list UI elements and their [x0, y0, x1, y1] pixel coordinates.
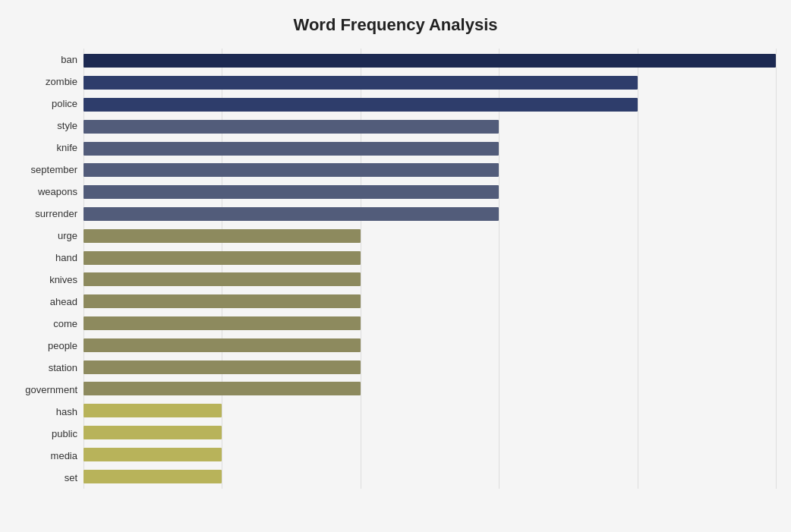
bar-urge [84, 229, 361, 243]
bars-wrapper [84, 49, 776, 489]
y-label-hand: hand [55, 253, 77, 263]
y-label-weapons: weapons [38, 187, 77, 197]
bar-row-public [84, 424, 776, 441]
bar-row-ban [84, 52, 776, 69]
y-label-surrender: surrender [35, 209, 77, 219]
y-label-ban: ban [61, 55, 77, 65]
bar-row-surrender [84, 206, 776, 222]
bar-ahead [84, 294, 361, 308]
bar-row-government [84, 380, 776, 397]
bar-row-media [84, 446, 776, 463]
bar-row-people [84, 337, 776, 354]
bar-row-september [84, 162, 776, 178]
bar-ban [84, 54, 776, 68]
y-label-knife: knife [57, 143, 77, 153]
bar-row-knife [84, 140, 776, 157]
bar-government [84, 382, 361, 395]
bar-public [84, 426, 222, 439]
bar-knife [84, 142, 499, 156]
y-label-public: public [52, 429, 77, 439]
y-label-hash: hash [56, 407, 77, 417]
y-label-set: set [65, 473, 77, 483]
bar-people [84, 338, 361, 352]
y-label-zombie: zombie [46, 77, 77, 87]
y-label-people: people [48, 341, 77, 351]
bar-row-zombie [84, 74, 776, 91]
grid-line-5 [776, 49, 777, 489]
bar-row-come [84, 315, 776, 332]
y-label-government: government [25, 385, 77, 395]
y-label-knives: knives [49, 275, 77, 285]
bar-set [84, 470, 222, 483]
bar-row-set [84, 468, 776, 485]
bar-row-hash [84, 402, 776, 419]
bars-area [84, 49, 776, 489]
chart-container: Word Frequency Analysis banzombiepolices… [0, 0, 791, 532]
y-label-style: style [57, 121, 77, 131]
y-label-station: station [49, 363, 77, 373]
bar-row-station [84, 359, 776, 376]
bar-come [84, 316, 361, 330]
y-label-ahead: ahead [50, 297, 77, 307]
bar-weapons [84, 185, 499, 199]
bar-hand [84, 251, 361, 265]
chart-area: banzombiepolicestyleknifeseptemberweapon… [15, 49, 776, 489]
bar-row-police [84, 96, 776, 113]
y-label-come: come [53, 319, 77, 329]
bar-row-weapons [84, 184, 776, 200]
y-label-police: police [52, 99, 77, 109]
bar-media [84, 448, 222, 461]
chart-title: Word Frequency Analysis [15, 15, 776, 35]
bar-row-ahead [84, 293, 776, 310]
bar-police [84, 98, 638, 112]
y-label-september: september [31, 165, 77, 175]
bar-september [84, 163, 499, 177]
bar-surrender [84, 207, 499, 221]
bar-station [84, 360, 361, 374]
bar-zombie [84, 76, 638, 90]
bar-hash [84, 404, 222, 417]
bar-row-hand [84, 250, 776, 266]
y-axis: banzombiepolicestyleknifeseptemberweapon… [15, 49, 84, 489]
bar-style [84, 120, 499, 134]
y-label-urge: urge [58, 231, 77, 241]
bar-row-urge [84, 228, 776, 244]
bar-row-style [84, 118, 776, 135]
y-label-media: media [51, 451, 77, 461]
bar-knives [84, 272, 361, 286]
bar-row-knives [84, 271, 776, 288]
